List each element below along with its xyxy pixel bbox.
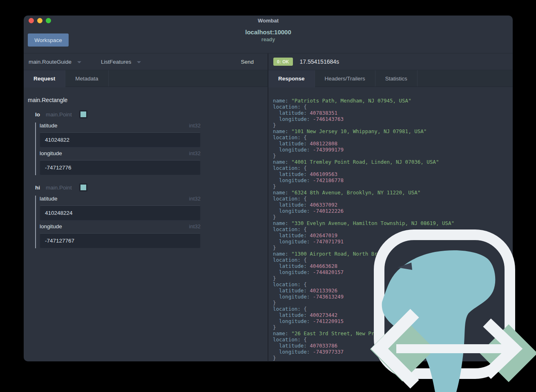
tab-response[interactable]: Response bbox=[268, 70, 315, 87]
field-section-hi: hi main.Point latitude int32 bbox=[35, 183, 268, 248]
lo-enabled-checkbox[interactable] bbox=[79, 110, 87, 118]
tab-statistics[interactable]: Statistics bbox=[375, 70, 418, 87]
hi-enabled-checkbox[interactable] bbox=[79, 183, 87, 192]
connection-host: localhost:10000 bbox=[24, 29, 513, 36]
message-type-label: main.Rectangle bbox=[28, 97, 268, 103]
field-type-label: main.Point bbox=[46, 185, 72, 191]
window-controls bbox=[29, 18, 51, 23]
field-type-label: main.Point bbox=[46, 111, 72, 118]
status-badge: 0: OK bbox=[273, 58, 293, 66]
tab-request[interactable]: Request bbox=[24, 70, 65, 87]
minimize-window-button[interactable] bbox=[37, 18, 42, 23]
window-title: Wombat bbox=[24, 16, 513, 26]
int32-type-label: int32 bbox=[189, 150, 201, 156]
method-selector[interactable]: ListFeatures bbox=[101, 59, 141, 65]
service-selector-value: main.RouteGuide bbox=[29, 59, 71, 65]
int32-type-label: int32 bbox=[189, 122, 201, 129]
maximize-window-button[interactable] bbox=[46, 18, 51, 23]
elapsed-time: 17.554151684s bbox=[300, 58, 339, 65]
lo-latitude-input[interactable] bbox=[40, 132, 201, 147]
tab-metadata[interactable]: Metadata bbox=[65, 70, 108, 87]
int32-type-label: int32 bbox=[189, 223, 201, 229]
tab-headers-trailers[interactable]: Headers/Trailers bbox=[315, 70, 375, 87]
titlebar: Wombat bbox=[24, 16, 513, 26]
connection-status: ready bbox=[24, 37, 513, 42]
field-name-label: lo bbox=[35, 111, 40, 118]
request-toolbar: main.RouteGuide ListFeatures Send bbox=[24, 53, 268, 70]
close-window-button[interactable] bbox=[29, 18, 34, 23]
response-output[interactable]: name: "Patriots Path, Mendham, NJ 07945,… bbox=[268, 87, 513, 361]
response-panel: 0: OK 17.554151684s Response Headers/Tra… bbox=[268, 53, 513, 361]
latitude-label: latitude bbox=[40, 122, 58, 129]
send-button[interactable]: Send bbox=[241, 59, 254, 65]
checkbox-checked-icon bbox=[80, 111, 86, 117]
app-window: Wombat Workspace localhost:10000 ready m… bbox=[24, 16, 513, 361]
request-panel: main.RouteGuide ListFeatures Send Reques… bbox=[24, 53, 268, 361]
request-form: main.Rectangle lo main.Point latitude bbox=[24, 87, 268, 248]
hi-latitude-input[interactable] bbox=[40, 205, 201, 220]
hi-longitude-input[interactable] bbox=[40, 233, 201, 248]
chevron-down-icon bbox=[137, 61, 141, 63]
desktop-background: Wombat Workspace localhost:10000 ready m… bbox=[0, 0, 536, 392]
field-name-label: hi bbox=[35, 185, 40, 191]
int32-type-label: int32 bbox=[189, 196, 201, 202]
field-section-lo: lo main.Point latitude int32 bbox=[35, 110, 268, 175]
response-tabbar: Response Headers/Trailers Statistics bbox=[268, 70, 513, 87]
connection-header: Workspace localhost:10000 ready bbox=[24, 26, 513, 53]
longitude-label: longitude bbox=[40, 223, 62, 229]
chevron-down-icon bbox=[77, 61, 81, 63]
request-tabbar: Request Metadata bbox=[24, 70, 268, 87]
response-toolbar: 0: OK 17.554151684s bbox=[268, 53, 513, 70]
lo-longitude-input[interactable] bbox=[40, 160, 201, 175]
service-selector[interactable]: main.RouteGuide bbox=[29, 59, 81, 65]
connection-info: localhost:10000 ready bbox=[24, 29, 513, 42]
latitude-label: latitude bbox=[40, 196, 58, 202]
checkbox-checked-icon bbox=[80, 185, 86, 190]
method-selector-value: ListFeatures bbox=[101, 59, 131, 65]
longitude-label: longitude bbox=[40, 150, 62, 156]
